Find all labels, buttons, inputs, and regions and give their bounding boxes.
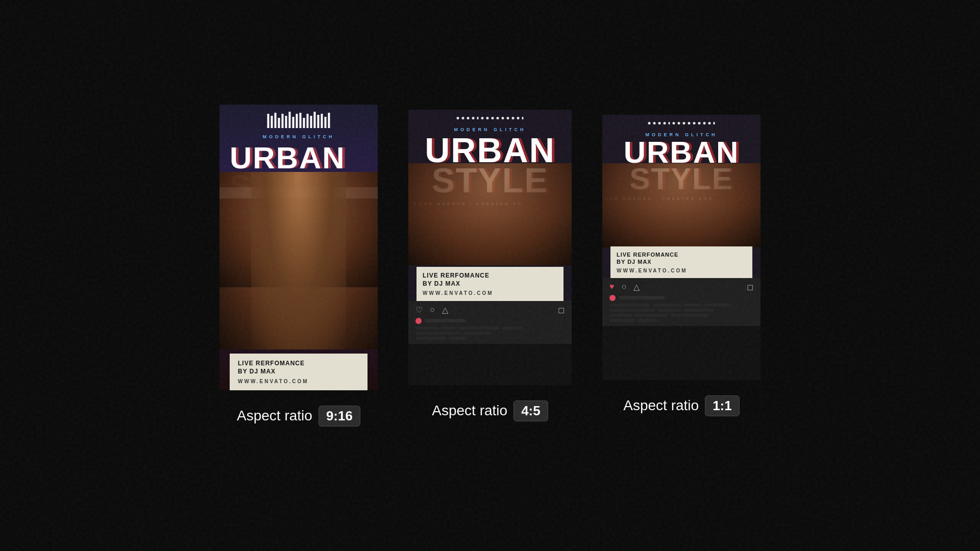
bookmark-icon-45[interactable]: ◻	[558, 305, 565, 315]
social-icons-11: ♥ ○ △ ◻	[609, 282, 753, 292]
like-bar-11	[619, 296, 665, 299]
bottom-box-916: LIVE RERFOMANCEBY DJ MAX WWW.ENVATO.COM	[230, 354, 368, 390]
bottom-box-45: LIVE RERFOMANCEBY DJ MAX WWW.ENVATO.COM	[416, 267, 564, 300]
heart-icon-11[interactable]: ♥	[609, 282, 615, 291]
like-bar-45	[425, 319, 465, 322]
bottom-box-11: LIVE RERFOMANCEBY DJ MAX WWW.ENVATO.COM	[610, 246, 752, 278]
performance-text-916: LIVE RERFOMANCEBY DJ MAX	[238, 360, 359, 375]
heart-icon-45[interactable]: ♡	[415, 305, 423, 315]
photo-916	[219, 172, 378, 349]
website-916: WWW.ENVATO.COM	[238, 379, 359, 384]
poster-11: MODERN GLITCH URBANSTYLE URBANSTYLE YOUR…	[602, 115, 761, 278]
bookmark-icon-11[interactable]: ◻	[747, 282, 753, 292]
aspect-label-11: Aspect ratio 1:1	[623, 395, 739, 416]
website-11: WWW.ENVATO.COM	[617, 268, 746, 273]
card-11: MODERN GLITCH URBANSTYLE URBANSTYLE YOUR…	[602, 115, 761, 380]
aspect-badge-916: 9:16	[318, 406, 360, 427]
aspect-badge-11: 1:1	[705, 395, 740, 416]
aspect-text-11: Aspect ratio	[623, 397, 699, 414]
poster-45: MODERN GLITCH URBANSTYLE URBANSTYLE R YO…	[408, 110, 572, 301]
card-wrapper-916: MODERN GLITCH URBANSTYLE URBANSTYLE R YO…	[219, 105, 378, 427]
poster-916: MODERN GLITCH URBANSTYLE URBANSTYLE R YO…	[219, 105, 378, 390]
card-45: MODERN GLITCH URBANSTYLE URBANSTYLE R YO…	[408, 110, 572, 385]
card-916: MODERN GLITCH URBANSTYLE URBANSTYLE R YO…	[219, 105, 378, 390]
comment-icon-45[interactable]: ○	[430, 305, 435, 314]
card-wrapper-11: MODERN GLITCH URBANSTYLE URBANSTYLE YOUR…	[602, 115, 761, 416]
social-45: ♡ ○ △ ◻	[408, 301, 572, 344]
subtitle-916: MODERN GLITCH	[219, 134, 378, 139]
aspect-badge-45: 4:5	[513, 400, 548, 421]
social-11: ♥ ○ △ ◻	[602, 278, 761, 326]
likes-row-11	[609, 295, 753, 301]
website-45: WWW.ENVATO.COM	[423, 290, 557, 296]
photo-11	[602, 163, 761, 247]
like-dot-11	[609, 295, 616, 301]
share-icon-11[interactable]: △	[633, 282, 640, 292]
aspect-text-916: Aspect ratio	[237, 408, 312, 424]
text-lines-45	[415, 327, 565, 340]
dots-45	[457, 117, 524, 119]
cards-container: MODERN GLITCH URBANSTYLE URBANSTYLE R YO…	[219, 105, 761, 427]
social-icons-45: ♡ ○ △ ◻	[415, 305, 565, 315]
likes-row-45	[415, 318, 565, 324]
like-dot-45	[415, 318, 422, 324]
aspect-text-45: Aspect ratio	[432, 403, 507, 419]
photo-45	[408, 163, 572, 265]
aspect-label-45: Aspect ratio 4:5	[432, 400, 548, 421]
card-wrapper-45: MODERN GLITCH URBANSTYLE URBANSTYLE R YO…	[408, 110, 572, 421]
comment-icon-11[interactable]: ○	[622, 282, 627, 291]
performance-text-11: LIVE RERFOMANCEBY DJ MAX	[617, 251, 746, 266]
text-lines-11	[609, 304, 753, 322]
aspect-label-916: Aspect ratio 9:16	[237, 406, 360, 427]
performance-text-45: LIVE RERFOMANCEBY DJ MAX	[423, 272, 557, 288]
barcode-916	[267, 112, 330, 128]
dots-11	[648, 122, 715, 124]
share-icon-45[interactable]: △	[442, 305, 448, 315]
